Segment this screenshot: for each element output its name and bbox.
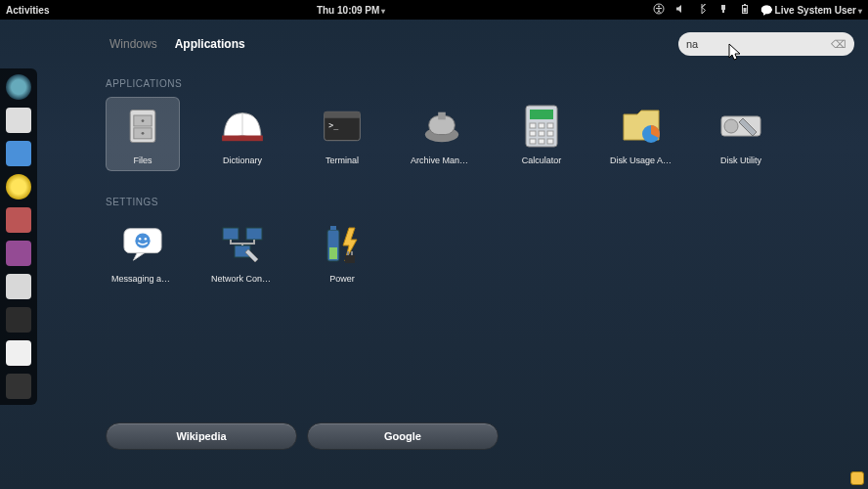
user-menu[interactable]: Live System User: [760, 5, 862, 16]
app-disk-utility[interactable]: Disk Utility: [704, 97, 778, 171]
svg-rect-14: [325, 111, 361, 117]
overview-header: Windows Applications ⌫: [0, 29, 868, 59]
network-connections-icon: [219, 221, 266, 268]
dock-music[interactable]: [6, 174, 31, 200]
svg-rect-24: [530, 131, 536, 136]
files-icon: [119, 103, 166, 150]
section-settings-label: SETTINGS: [106, 197, 848, 207]
applications-grid: Files Dictionary >_ Terminal Archive Man…: [106, 97, 848, 171]
svg-rect-20: [530, 110, 553, 119]
app-label: Network Connections: [211, 274, 274, 284]
app-dictionary[interactable]: Dictionary: [205, 97, 280, 171]
section-applications-label: APPLICATIONS: [106, 78, 848, 89]
svg-point-34: [135, 234, 150, 248]
dock-terminal[interactable]: [6, 307, 31, 333]
dock-archive[interactable]: [6, 241, 31, 266]
archive-icon: [418, 103, 465, 150]
svg-rect-45: [351, 251, 353, 255]
svg-rect-38: [246, 228, 262, 240]
dictionary-icon: [219, 103, 266, 150]
svg-rect-37: [223, 228, 239, 240]
app-archive-manager[interactable]: Archive Manager: [405, 97, 479, 171]
dock-photos[interactable]: [6, 207, 31, 233]
top-bar: Activities Thu 10:09 PM Live System User: [0, 0, 868, 20]
svg-point-11: [142, 132, 145, 135]
svg-rect-25: [539, 131, 544, 136]
svg-rect-42: [329, 247, 337, 259]
app-label: Disk Utility: [710, 156, 772, 165]
svg-text:>_: >_: [328, 120, 338, 130]
svg-point-36: [145, 238, 147, 240]
app-files[interactable]: Files: [106, 97, 180, 171]
dash-dock: [0, 68, 37, 405]
svg-rect-6: [743, 8, 746, 13]
terminal-icon: >_: [319, 103, 366, 150]
svg-rect-43: [345, 255, 355, 263]
notification-badge[interactable]: [850, 471, 864, 485]
clear-search-icon[interactable]: ⌫: [831, 38, 846, 51]
svg-rect-41: [330, 226, 336, 230]
clock[interactable]: Thu 10:09 PM: [49, 5, 652, 16]
dock-trash[interactable]: [6, 374, 31, 399]
dock-text-editor[interactable]: [6, 274, 31, 299]
messaging-icon: [119, 221, 166, 268]
tab-applications[interactable]: Applications: [175, 37, 245, 51]
search-input-wrap[interactable]: ⌫: [678, 32, 854, 56]
search-input[interactable]: [686, 38, 827, 50]
svg-rect-44: [347, 251, 349, 255]
chat-status-icon: [760, 5, 772, 16]
svg-rect-3: [722, 10, 724, 13]
activities-button[interactable]: Activities: [6, 5, 49, 16]
bluetooth-icon[interactable]: [696, 3, 708, 17]
app-disk-usage-analyzer[interactable]: Disk Usage Analyzer: [604, 97, 678, 171]
svg-point-35: [139, 238, 141, 240]
svg-point-32: [724, 119, 738, 133]
tab-windows[interactable]: Windows: [109, 37, 157, 51]
settings-grid: Messaging and VoIP A… Network Connection…: [106, 215, 848, 289]
network-icon[interactable]: [717, 3, 729, 17]
disk-usage-icon: [618, 103, 665, 150]
search-providers: Wikipedia Google: [106, 422, 499, 450]
svg-rect-18: [438, 112, 446, 120]
app-calculator[interactable]: Calculator: [504, 97, 579, 171]
dock-mail[interactable]: [6, 108, 31, 133]
svg-rect-12: [222, 136, 263, 142]
svg-rect-21: [530, 123, 536, 128]
dock-chat[interactable]: [6, 141, 31, 166]
app-label: Terminal: [311, 156, 373, 165]
app-label: Files: [111, 156, 174, 165]
settings-power[interactable]: Power: [305, 215, 379, 289]
calculator-icon: [518, 103, 565, 150]
dock-files[interactable]: [6, 340, 31, 366]
app-label: Disk Usage Analyzer: [610, 156, 673, 165]
overview-content: APPLICATIONS Files Dictionary >_ Termina…: [106, 78, 848, 469]
svg-rect-28: [539, 139, 544, 144]
accessibility-icon[interactable]: [653, 3, 665, 17]
svg-point-10: [142, 119, 145, 122]
svg-rect-23: [547, 123, 553, 128]
svg-rect-27: [530, 139, 536, 144]
svg-rect-26: [547, 131, 553, 136]
svg-rect-5: [744, 4, 746, 6]
battery-icon[interactable]: [739, 3, 751, 17]
disk-utility-icon: [717, 103, 764, 150]
app-label: Archive Manager: [411, 156, 473, 165]
svg-point-1: [658, 6, 660, 8]
dock-web-browser[interactable]: [6, 74, 31, 100]
app-terminal[interactable]: >_ Terminal: [305, 97, 379, 171]
svg-rect-2: [721, 5, 725, 10]
svg-rect-22: [539, 123, 544, 128]
app-label: Calculator: [510, 156, 573, 165]
app-label: Messaging and VoIP A…: [111, 274, 174, 284]
app-label: Dictionary: [211, 156, 274, 165]
power-icon: [319, 221, 366, 268]
settings-network-connections[interactable]: Network Connections: [205, 215, 280, 289]
settings-messaging[interactable]: Messaging and VoIP A…: [106, 215, 180, 289]
app-label: Power: [311, 274, 373, 284]
volume-icon[interactable]: [674, 3, 686, 17]
search-provider-google[interactable]: Google: [307, 422, 499, 450]
svg-rect-29: [547, 139, 553, 144]
search-provider-wikipedia[interactable]: Wikipedia: [106, 422, 297, 450]
